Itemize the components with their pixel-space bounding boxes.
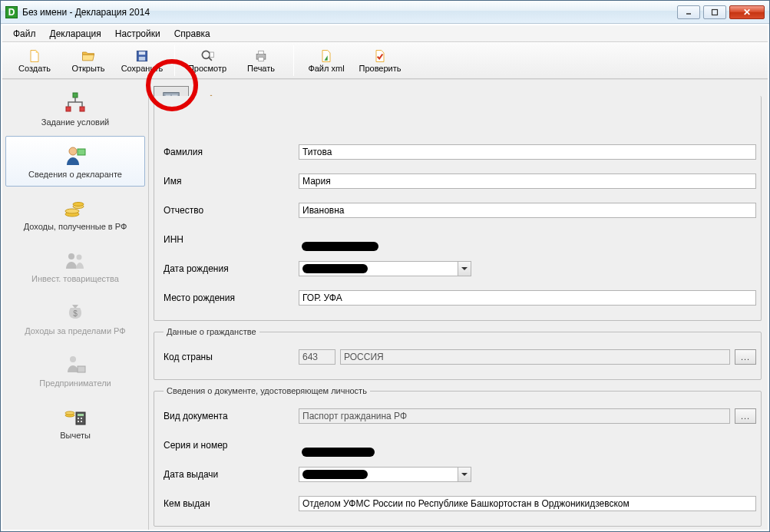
svg-rect-29 [78,418,79,419]
coins-icon [63,196,88,220]
toolbar-open-label: Открыть [71,64,104,73]
toolbar-create[interactable]: Создать [8,44,61,78]
sidebar-item-entrepreneur[interactable]: Предприниматели [5,345,145,395]
country-name-field: РОССИЯ [340,349,730,365]
sidebar-item-conditions[interactable]: Задание условий [5,84,145,134]
doc-type-browse-button[interactable]: ... [735,408,756,424]
sidebar-label: Предприниматели [39,378,111,388]
svg-rect-12 [66,107,71,111]
svg-rect-13 [80,107,84,111]
pob-input[interactable] [299,290,756,306]
toolbar-preview-label: Просмотр [188,64,226,73]
fio-group: Ф.И. Фамилия Имя Отчество ИНН [154,91,762,321]
svg-rect-11 [73,93,78,97]
svg-rect-31 [78,421,79,422]
minimize-button[interactable] [677,5,700,19]
svg-rect-9 [259,51,264,54]
app-icon: D [5,6,18,18]
doc-issue-date-label: Дата выдачи [159,469,289,480]
svg-rect-32 [81,421,82,422]
redacted-value [302,264,368,273]
toolbar-preview[interactable]: Просмотр [181,44,233,78]
document-legend: Сведения о документе, удостоверяющем лич… [164,386,370,395]
sidebar-item-invest[interactable]: Инвест. товарищества [5,240,145,291]
svg-point-19 [73,203,84,207]
toolbar-save-label: Сохранить [121,64,164,73]
toolbar-xml[interactable]: Файл xml [300,44,352,78]
redacted-value [302,448,375,457]
svg-rect-4 [139,57,145,61]
titlebar: D Без имени - Декларация 2014 ✕ [1,1,769,24]
pob-label: Место рождения [159,292,289,303]
doc-series-label: Серия и номер [159,440,289,451]
patronymic-label: Отчество [159,205,289,216]
sidebar-item-declarant[interactable]: Сведения о декларанте [5,136,145,187]
svg-text:$: $ [73,309,78,318]
toolbar: Создать Открыть Сохранить Просмотр Печат… [2,42,768,79]
toolbar-xml-label: Файл xml [308,64,344,73]
name-input[interactable] [299,173,756,189]
svg-rect-10 [259,58,264,61]
svg-rect-1 [712,9,718,15]
doc-type-label: Вид документа [159,411,289,421]
document-group: Сведения о документе, удостоверяющем лич… [154,386,762,527]
toolbar-create-label: Создать [18,64,51,73]
people-icon [63,248,88,273]
doc-issued-by-input[interactable] [299,496,756,511]
citizenship-legend: Данные о гражданстве [164,327,259,336]
menu-help[interactable]: Справка [168,27,216,41]
svg-point-26 [65,411,74,415]
menu-declaration[interactable]: Декларация [44,27,107,41]
svg-point-20 [68,253,74,259]
svg-rect-30 [81,418,82,419]
redacted-value [302,242,378,251]
close-button[interactable]: ✕ [729,5,765,19]
country-browse-button[interactable]: ... [735,349,756,365]
sidebar-item-deductions[interactable]: Вычеты [5,397,145,448]
chevron-down-icon[interactable] [458,262,471,276]
redacted-value [302,470,368,479]
doc-type-field: Паспорт гражданина РФ [299,408,730,424]
sidebar-item-income-rf[interactable]: Доходы, полученные в РФ [5,188,145,239]
maximize-button[interactable] [703,5,726,19]
toolbar-save[interactable]: Сохранить [116,44,168,78]
svg-point-23 [70,356,76,362]
surname-input[interactable] [299,144,756,160]
sidebar-label: Задание условий [41,117,109,127]
country-code-field: 643 [299,349,335,365]
toolbar-print[interactable]: Печать [235,44,287,78]
sidebar-label: Доходы за пределами РФ [25,326,125,335]
chevron-down-icon[interactable] [458,468,471,481]
moneybag-icon: $ [63,300,88,325]
toolbar-check-label: Проверить [359,64,401,73]
person-icon [63,144,88,168]
menu-file[interactable]: Файл [7,27,42,41]
doc-issue-date-combo[interactable] [299,467,471,482]
toolbar-print-label: Печать [247,64,275,73]
sidebar-item-income-abroad[interactable]: $ Доходы за пределами РФ [5,292,145,343]
surname-label: Фамилия [159,147,289,157]
patronymic-input[interactable] [299,203,756,218]
window-title: Без имени - Декларация 2014 [22,7,677,18]
sidebar-label: Вычеты [60,431,91,440]
sidebar: Задание условий Сведения о декларанте До… [2,80,149,530]
svg-point-14 [69,147,77,155]
svg-line-6 [209,58,212,61]
toolbar-open[interactable]: Открыть [62,44,114,78]
doc-issued-by-label: Кем выдан [159,498,289,509]
tree-icon [63,91,88,116]
sidebar-label: Сведения о декларанте [28,170,122,179]
svg-rect-24 [78,366,85,372]
dob-combo[interactable] [299,261,471,276]
toolbar-separator [174,45,175,76]
svg-rect-28 [78,414,84,416]
toolbar-check[interactable]: Проверить [354,44,406,78]
content-panel: Ф.И. Ф.И. Фамилия Имя Отчество [149,80,768,530]
menu-settings[interactable]: Настройки [109,27,167,41]
sidebar-label: Доходы, полученные в РФ [24,222,127,231]
country-code-label: Код страны [159,352,289,362]
calculator-coins-icon [63,405,88,429]
citizenship-group: Данные о гражданстве Код страны 643 РОСС… [154,327,762,380]
menubar: Файл Декларация Настройки Справка [2,25,768,42]
toolbar-separator [293,45,294,76]
